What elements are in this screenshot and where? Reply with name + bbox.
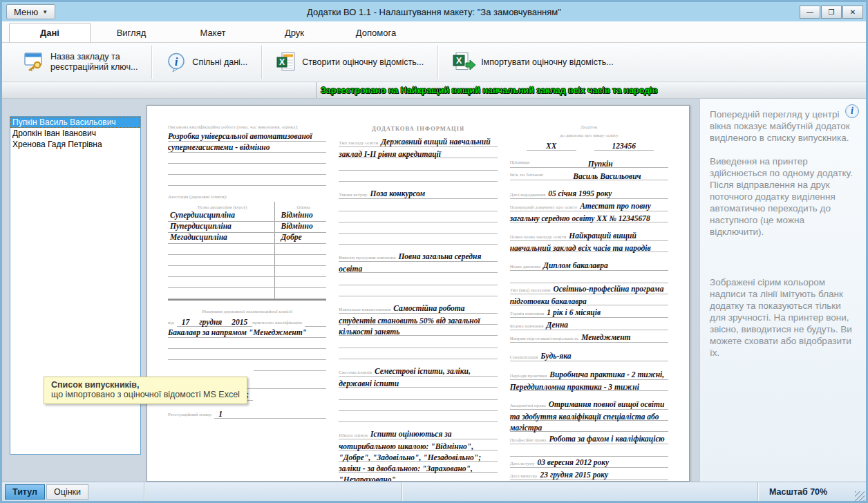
doc-field-label: присвоєно кваліфікацію bbox=[252, 320, 305, 327]
toolbar-button-2[interactable]: XСтворити оціночну відомість... bbox=[263, 43, 436, 82]
doc-field: Вимоги програми навчанняПовна загальна с… bbox=[339, 251, 497, 274]
registration-text: Зареєстровано на Найкращий вищий навчаль… bbox=[317, 86, 657, 95]
tab-0[interactable]: Дані bbox=[9, 23, 91, 42]
doc-field-value: Менеджмент bbox=[581, 333, 630, 341]
svg-text:i: i bbox=[175, 55, 178, 68]
toolbar-button-label: Створити оціночну відомість... bbox=[302, 57, 424, 68]
doc-blank-line bbox=[339, 222, 497, 234]
doc-table-cell: Відмінно bbox=[275, 222, 326, 232]
doc-blank-line bbox=[168, 164, 326, 175]
menu-button[interactable]: Меню ▼ bbox=[6, 4, 55, 19]
doc-field-label: Вимоги програми навчання bbox=[339, 255, 398, 260]
doc-field-value: Диплом бакалавра bbox=[543, 261, 608, 269]
doc-gap bbox=[168, 186, 326, 192]
doc-field-label: Академічні права bbox=[510, 403, 549, 408]
doc-blank-line bbox=[168, 175, 326, 186]
doc-table-cell: Відмінно bbox=[275, 211, 326, 221]
doc-blank-line bbox=[339, 200, 497, 211]
doc-value: Розробка універсальної автоматизованої с… bbox=[168, 131, 326, 153]
close-button[interactable]: ✕ bbox=[842, 6, 863, 19]
tab-2[interactable]: Макет bbox=[172, 23, 254, 42]
toolbar-button-3[interactable]: XІмпортувати оціночну відомість... bbox=[440, 43, 626, 82]
doc-gap bbox=[168, 301, 326, 307]
toolbar-button-label: Назва закладу та реєстраційний ключ... bbox=[50, 52, 138, 73]
doc-field-label: Дата народження bbox=[510, 192, 548, 198]
doc-field-label: Ім'я, по батькові bbox=[510, 169, 546, 182]
doc-gap bbox=[510, 254, 668, 260]
tab-strip: ДаніВиглядМакетДрукДопомога bbox=[2, 21, 866, 42]
doc-blank-line bbox=[339, 337, 497, 348]
doc-field-label: Шкала оцінок bbox=[339, 433, 370, 438]
toolbar-separator bbox=[437, 46, 438, 79]
doc-field: Дата випуску23 грудня 2015 року bbox=[510, 469, 668, 482]
tooltip-text: що імпортовано з оціночної відомості MS … bbox=[51, 390, 240, 399]
toolbar-button-1[interactable]: iСпільні дані... bbox=[153, 43, 260, 82]
doc-field-label: Система іспитів bbox=[339, 370, 375, 375]
doc-field: ПрізвищеПупкін bbox=[510, 157, 668, 169]
doc-field: Шкала оцінокІспити оцінюються за чотириб… bbox=[339, 428, 497, 482]
help-text: Попередній перегляд у центрі вікна показ… bbox=[710, 108, 858, 359]
toolbar-button-0[interactable]: Назва закладу та реєстраційний ключ... bbox=[10, 43, 150, 82]
doc-table-row bbox=[168, 266, 326, 277]
doc-blank-line bbox=[339, 400, 497, 411]
doc-table-row: СупердиисциплінаВідмінно bbox=[168, 211, 326, 222]
tab-4[interactable]: Допомога bbox=[335, 23, 417, 42]
doc-field-value: 1 рік і 6 місяців bbox=[547, 308, 601, 316]
doc-table-cell bbox=[168, 288, 275, 298]
doc-blank-line bbox=[339, 211, 497, 222]
doc-table-row bbox=[168, 244, 326, 255]
doc-table-cell bbox=[168, 244, 275, 254]
doc-blank-line bbox=[339, 160, 497, 171]
doc-gap bbox=[339, 182, 497, 188]
svg-text:X: X bbox=[279, 57, 285, 67]
doc-section-header: ДОДАТКОВА ІНФОРМАЦІЯ bbox=[339, 122, 497, 135]
doc-field-label: Тип закладу освіти bbox=[339, 140, 381, 146]
doc-field-label: Термін навчання bbox=[510, 311, 547, 316]
window-title: Додатки ВО 1.1 - Налаштування макету: "З… bbox=[2, 7, 866, 17]
status-panel bbox=[144, 482, 402, 501]
doc-blank-line bbox=[510, 446, 668, 457]
doc-table-cell bbox=[275, 277, 326, 287]
doc-table-header: Назва дисципліни (курсу)Оцінка bbox=[168, 202, 326, 211]
status-tab-1[interactable]: Оцінки bbox=[46, 484, 88, 500]
import-sheet-icon: X bbox=[452, 52, 475, 73]
status-tab-0[interactable]: Титул bbox=[5, 484, 45, 500]
doc-table-header-cell: Оцінка bbox=[275, 202, 326, 211]
menu-button-label: Меню bbox=[14, 7, 38, 17]
toolbar-button-label: Спільні дані... bbox=[192, 57, 247, 68]
doc-gap bbox=[510, 392, 668, 399]
status-panel bbox=[402, 482, 757, 501]
doc-blank-line bbox=[339, 348, 497, 359]
doc-inline-row: від17грудня2015присвоєно кваліфікацію bbox=[168, 315, 326, 327]
maximize-button[interactable]: ❐ bbox=[821, 6, 842, 19]
doc-table-cell bbox=[275, 255, 326, 265]
doc-field: Професійні праваРобота за фахом і кваліф… bbox=[510, 433, 668, 446]
doc-field-label: Форма навчання bbox=[510, 323, 547, 329]
doc-field-value: ХХ bbox=[527, 142, 576, 151]
doc-table-cell: Пупердисципліна bbox=[168, 222, 275, 232]
graduate-list-item[interactable]: Пупкін Василь Васильович bbox=[10, 117, 140, 128]
doc-field-value: Денна bbox=[547, 321, 568, 329]
resize-grip-icon[interactable] bbox=[855, 491, 865, 501]
graduate-list-item[interactable]: Хренова Гадя Петрівна bbox=[10, 139, 140, 150]
doc-field-value: Василь Васильович bbox=[546, 171, 668, 182]
tab-3[interactable]: Друк bbox=[254, 23, 335, 42]
doc-field-label: від bbox=[168, 320, 177, 327]
registration-banner: Зареєстровано на Найкращий вищий навчаль… bbox=[2, 82, 866, 99]
window-controls: — ❐ ✕ bbox=[800, 6, 863, 19]
doc-field-label: Прізвище bbox=[510, 157, 533, 169]
help-paragraph: Виведення на принтер здійснюється по одн… bbox=[710, 155, 858, 179]
doc-field-label: Напрям підготовки/спеціальність bbox=[510, 336, 582, 341]
doc-table-row: МегадисциплінаДобре bbox=[168, 233, 326, 244]
toolbar-separator bbox=[151, 46, 152, 79]
doc-field-label: Спеціалізація bbox=[510, 354, 541, 360]
minimize-button[interactable]: — bbox=[800, 6, 820, 19]
doc-field-value: 2015 bbox=[227, 318, 252, 327]
zoom-label: Масштаб 70% bbox=[758, 487, 855, 497]
help-paragraph: Попередній перегляд у центрі вікна показ… bbox=[710, 108, 858, 144]
doc-grades-table: Назва дисципліни (курсу)ОцінкаСупердиисц… bbox=[168, 202, 326, 301]
graduate-list-item[interactable]: Дропкін Іван Іванович bbox=[10, 128, 140, 139]
tab-1[interactable]: Вигляд bbox=[91, 23, 172, 42]
doc-inline-row: Реєстраційний номер1 bbox=[168, 407, 326, 419]
doc-table-header-cell: Назва дисципліни (курсу) bbox=[168, 202, 275, 211]
